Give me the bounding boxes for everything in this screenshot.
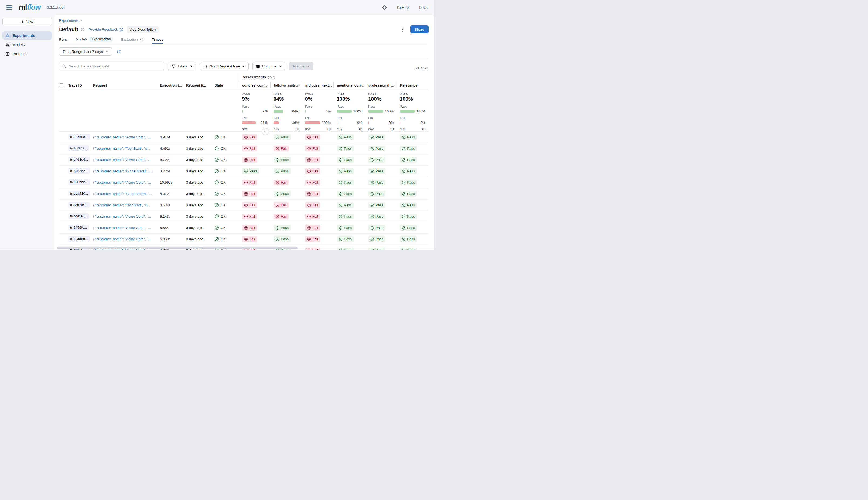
trace-id-link[interactable]: tr-c8b2fcf... [68,202,90,208]
tab-models[interactable]: Models Experimental [76,37,113,44]
request-link[interactable]: { "customer_name": "Global Retail", ... [93,169,152,173]
assessment-badge: Pass [242,168,259,174]
assessment-badge: Pass [336,248,354,250]
breadcrumb-experiments-link[interactable]: Experiments [59,19,79,23]
gear-icon[interactable] [382,5,387,10]
sidebar-item-prompts[interactable]: Prompts [2,50,52,58]
select-all-checkbox[interactable] [59,83,63,87]
table-row[interactable]: tr-2971ea... { "customer_name": "Acme Co… [59,131,429,143]
check-circle-icon [402,237,406,241]
state-badge: OK [215,203,239,207]
table-row[interactable]: tr-b468d9... { "customer_name": "Acme Co… [59,154,429,165]
column-header-assessment[interactable]: follows_instru... [270,81,302,89]
provide-feedback-link[interactable]: Provide Feedback [89,27,123,32]
table-row[interactable]: tr-cc9ce3... { "customer_name": "Acme Co… [59,211,429,222]
trace-id-link[interactable]: tr-bba430... [68,191,90,196]
column-header-assessment[interactable]: professional_... [365,81,397,89]
assessment-badge: Fail [242,202,257,208]
request-time-value: 3 days ago [186,203,215,207]
table-row[interactable]: tr-9df173... { "customer_name": "TechSta… [59,143,429,154]
table-row[interactable]: tr-3ebc62... { "customer_name": "Global … [59,165,429,177]
horizontal-scrollbar[interactable] [57,247,297,249]
tab-runs[interactable]: Runs [59,37,68,44]
add-description-button[interactable]: Add Description [127,26,159,33]
filters-button[interactable]: Filters [168,62,196,70]
version-label: 3.2.1.dev0 [47,5,64,9]
sidebar-item-experiments[interactable]: Experiments [2,31,52,40]
request-link[interactable]: { "customer_name": "Acme Corp", "... [93,226,151,230]
hamburger-menu-icon[interactable] [7,5,12,10]
kebab-menu-icon[interactable]: ⋮ [399,27,406,32]
trace-id-link[interactable]: tr-2971ea... [68,134,90,140]
trace-id-link[interactable]: tr-b468d9... [68,157,90,162]
check-circle-icon [402,192,406,196]
column-header-request[interactable]: Request [93,83,160,87]
check-circle-icon [370,237,374,241]
docs-link[interactable]: Docs [419,5,427,10]
assessment-badge: Fail [305,225,320,231]
column-header-request-time[interactable]: Request ti... [186,83,215,87]
x-circle-icon [307,237,311,241]
trace-id-link[interactable]: tr-cc9ce3... [68,213,89,219]
refresh-icon[interactable] [115,48,123,55]
assessment-badge: Fail [305,214,320,219]
request-link[interactable]: { "customer_name": "Global Retail", ... [93,192,152,196]
request-link[interactable]: { "customer_name": "Acme Corp", "... [93,158,151,162]
trace-id-link[interactable]: tr-9df173... [68,145,89,151]
trace-id-link[interactable]: tr-bc3a88... [68,236,90,242]
table-row[interactable]: tr-830bbb... { "customer_name": "Acme Co… [59,177,429,188]
tab-traces[interactable]: Traces [152,37,163,44]
trace-id-link[interactable]: tr-830bbb... [68,179,90,185]
fail-bar [242,121,256,124]
request-link[interactable]: { "customer_name": "TechStart", "u... [93,203,150,207]
request-link[interactable]: { "customer_name": "Acme Corp", "... [93,214,151,218]
sidebar-item-models[interactable]: Models [2,41,52,49]
column-header-assessment[interactable]: concise_com... [239,81,270,89]
trace-id-link[interactable]: tr-5456fc... [68,225,89,230]
check-circle-icon [215,203,219,207]
search-input[interactable] [68,64,161,68]
x-circle-icon [307,169,311,173]
column-header-assessment[interactable]: includes_next... [302,81,333,89]
trace-id-link[interactable]: tr-3ebc62... [68,168,90,174]
check-circle-icon [370,169,374,173]
time-range-dropdown[interactable]: Time Range: Last 7 days [59,47,112,56]
assessment-badge: Fail [305,157,320,163]
table-row[interactable]: tr-bba430... { "customer_name": "Global … [59,188,429,199]
chevron-down-icon [190,65,193,68]
pass-rate-value: 0% [305,96,331,102]
collapse-summary-button[interactable] [262,128,269,135]
assessment-badge: Pass [274,191,291,197]
column-header-trace-id[interactable]: Trace ID [68,83,93,87]
assessment-badge: Pass [336,225,354,231]
new-button[interactable]: + New [2,18,52,26]
columns-button[interactable]: Columns [252,62,285,70]
request-link[interactable]: { "customer_name": "Acme Corp", "... [93,135,151,139]
request-link[interactable]: { "customer_name": "TechStart", "u... [93,146,150,150]
sort-button[interactable]: Sort: Request time [200,62,249,70]
filter-icon [172,64,175,68]
x-circle-icon [244,215,248,218]
assessment-badge: Pass [400,236,417,242]
check-circle-icon [215,180,219,185]
table-row[interactable]: tr-c8b2fcf... { "customer_name": "TechSt… [59,199,429,211]
column-header-assessment[interactable]: Relevance [397,81,428,89]
assessment-badge: Pass [400,157,417,163]
request-link[interactable]: { "customer_name": "Acme Corp", "... [93,180,151,184]
share-button[interactable]: Share [410,25,429,33]
column-header-state[interactable]: State [215,83,239,87]
assessment-badge: Fail [305,202,320,208]
mlflow-logo[interactable]: mlflow™ [19,3,43,12]
request-link[interactable]: { "customer_name": "Acme Corp", "... [93,237,151,241]
tab-evaluation[interactable]: Evaluation [121,37,144,44]
column-header-execution-time[interactable]: Execution t... [160,83,186,87]
table-row[interactable]: tr-bc3a88... { "customer_name": "Acme Co… [59,233,429,245]
github-link[interactable]: GitHub [397,5,409,10]
assessment-badge: Pass [400,191,417,197]
assessment-badge: Pass [400,214,417,219]
assessment-badge: Fail [305,236,320,242]
actions-button[interactable]: Actions [289,62,313,70]
column-header-assessment[interactable]: mentions_con... [333,81,365,89]
info-icon[interactable] [81,27,85,32]
table-row[interactable]: tr-5456fc... { "customer_name": "Acme Co… [59,222,429,233]
